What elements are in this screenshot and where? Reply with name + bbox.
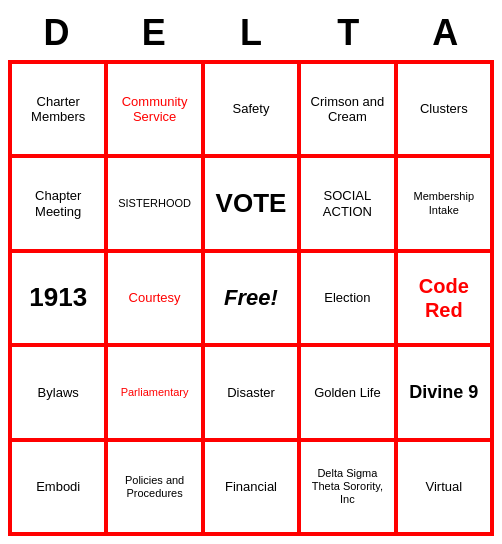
bingo-cell-13: Election — [299, 251, 395, 345]
bingo-cell-9: Membership Intake — [396, 156, 492, 250]
bingo-cell-18: Golden Life — [299, 345, 395, 439]
bingo-cell-17: Disaster — [203, 345, 299, 439]
bingo-cell-4: Clusters — [396, 62, 492, 156]
bingo-cell-19: Divine 9 — [396, 345, 492, 439]
bingo-cell-22: Financial — [203, 440, 299, 534]
bingo-header: D E L T A — [8, 8, 494, 60]
bingo-cell-21: Policies and Procedures — [106, 440, 202, 534]
bingo-cell-6: SISTERHOOD — [106, 156, 202, 250]
bingo-cell-8: SOCIAL ACTION — [299, 156, 395, 250]
bingo-cell-3: Crimson and Cream — [299, 62, 395, 156]
bingo-cell-7: VOTE — [203, 156, 299, 250]
bingo-cell-2: Safety — [203, 62, 299, 156]
bingo-cell-14: Code Red — [396, 251, 492, 345]
bingo-cell-15: Bylaws — [10, 345, 106, 439]
bingo-cell-5: Chapter Meeting — [10, 156, 106, 250]
bingo-cell-24: Virtual — [396, 440, 492, 534]
bingo-cell-20: Embodi — [10, 440, 106, 534]
letter-t: T — [307, 12, 389, 54]
bingo-cell-0: Charter Members — [10, 62, 106, 156]
bingo-cell-23: Delta Sigma Theta Sorority, Inc — [299, 440, 395, 534]
bingo-cell-11: Courtesy — [106, 251, 202, 345]
bingo-cell-16: Parliamentary — [106, 345, 202, 439]
letter-l: L — [210, 12, 292, 54]
letter-a: A — [404, 12, 486, 54]
bingo-cell-1: Community Service — [106, 62, 202, 156]
bingo-cell-12: Free! — [203, 251, 299, 345]
bingo-cell-10: 1913 — [10, 251, 106, 345]
bingo-grid: Charter MembersCommunity ServiceSafetyCr… — [8, 60, 494, 536]
letter-e: E — [113, 12, 195, 54]
letter-d: D — [16, 12, 98, 54]
